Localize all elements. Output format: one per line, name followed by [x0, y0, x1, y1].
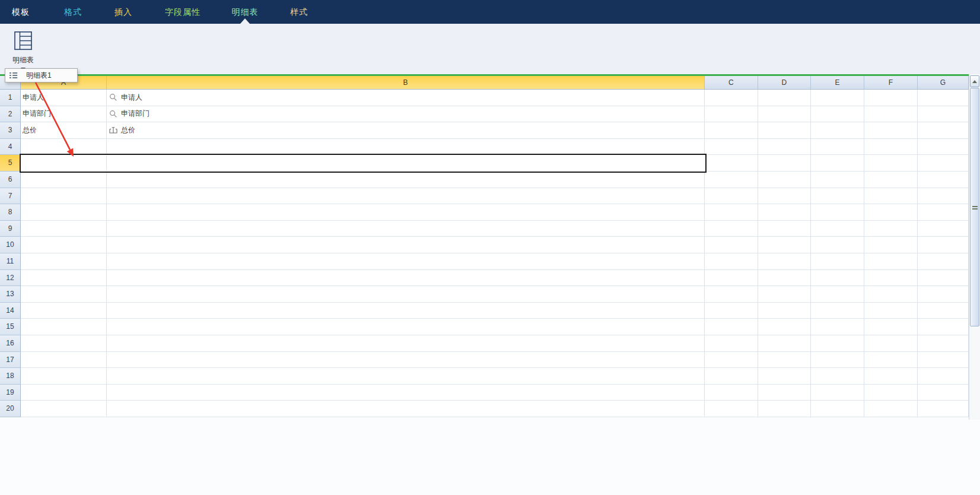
- cell-F12[interactable]: [864, 270, 918, 287]
- cell-F8[interactable]: [864, 204, 918, 221]
- detail-table-ribbon-button[interactable]: 明细表: [7, 31, 39, 71]
- cell-F20[interactable]: [864, 401, 918, 417]
- cell-D4[interactable]: [758, 139, 812, 156]
- column-header-C[interactable]: C: [705, 76, 758, 90]
- cell-C9[interactable]: [705, 221, 758, 237]
- cell-A7[interactable]: [21, 188, 107, 205]
- cell-E17[interactable]: [811, 352, 864, 369]
- row-header-9[interactable]: 9: [0, 221, 21, 237]
- cell-G15[interactable]: [918, 319, 969, 335]
- cell-G20[interactable]: [918, 401, 969, 417]
- row-header-3[interactable]: 3: [0, 122, 21, 139]
- cell-F16[interactable]: [864, 335, 918, 352]
- cell-D5[interactable]: [758, 155, 812, 172]
- cell-G2[interactable]: [918, 106, 969, 123]
- column-header-G[interactable]: G: [918, 76, 969, 90]
- row-header-16[interactable]: 16: [0, 335, 21, 352]
- cell-E4[interactable]: [811, 139, 864, 156]
- cell-C11[interactable]: [705, 253, 758, 270]
- cell-B1[interactable]: 申请人: [107, 90, 705, 106]
- cell-A10[interactable]: [21, 237, 107, 253]
- column-header-E[interactable]: E: [811, 76, 864, 90]
- cell-G17[interactable]: [918, 352, 969, 369]
- cell-B20[interactable]: [107, 401, 705, 417]
- cell-G13[interactable]: [918, 286, 969, 303]
- row-header-18[interactable]: 18: [0, 368, 21, 385]
- cell-C16[interactable]: [705, 335, 758, 352]
- cell-E1[interactable]: [811, 90, 864, 106]
- cell-E5[interactable]: [811, 155, 864, 172]
- cell-C14[interactable]: [705, 303, 758, 319]
- cell-E18[interactable]: [811, 368, 864, 385]
- row-header-13[interactable]: 13: [0, 286, 21, 303]
- cell-C17[interactable]: [705, 352, 758, 369]
- cell-D17[interactable]: [758, 352, 812, 369]
- cell-E11[interactable]: [811, 253, 864, 270]
- cell-F15[interactable]: [864, 319, 918, 335]
- cell-G5[interactable]: [918, 155, 969, 172]
- cell-G3[interactable]: [918, 122, 969, 139]
- cell-B6[interactable]: [107, 172, 705, 188]
- cell-B3[interactable]: 总价: [107, 122, 705, 139]
- cell-D10[interactable]: [758, 237, 812, 253]
- cell-F14[interactable]: [864, 303, 918, 319]
- cell-B19[interactable]: [107, 385, 705, 401]
- cell-F5[interactable]: [864, 155, 918, 172]
- column-header-B[interactable]: B: [107, 76, 705, 90]
- row-header-15[interactable]: 15: [0, 319, 21, 335]
- cell-F10[interactable]: [864, 237, 918, 253]
- cell-G12[interactable]: [918, 270, 969, 287]
- cell-B8[interactable]: [107, 204, 705, 221]
- cell-C2[interactable]: [705, 106, 758, 123]
- cell-A12[interactable]: [21, 270, 107, 287]
- cell-F1[interactable]: [864, 90, 918, 106]
- row-header-17[interactable]: 17: [0, 352, 21, 369]
- cell-F7[interactable]: [864, 188, 918, 205]
- cell-B18[interactable]: [107, 368, 705, 385]
- cell-C15[interactable]: [705, 319, 758, 335]
- cell-G11[interactable]: [918, 253, 969, 270]
- cell-G4[interactable]: [918, 139, 969, 156]
- cell-B13[interactable]: [107, 286, 705, 303]
- row-header-20[interactable]: 20: [0, 401, 21, 417]
- vertical-scrollbar[interactable]: [969, 74, 980, 420]
- cell-F17[interactable]: [864, 352, 918, 369]
- row-header-6[interactable]: 6: [0, 172, 21, 188]
- row-header-5[interactable]: 5: [0, 155, 21, 172]
- row-header-7[interactable]: 7: [0, 188, 21, 205]
- cell-E16[interactable]: [811, 335, 864, 352]
- cell-C4[interactable]: [705, 139, 758, 156]
- cell-C20[interactable]: [705, 401, 758, 417]
- row-header-14[interactable]: 14: [0, 303, 21, 319]
- cell-A9[interactable]: [21, 221, 107, 237]
- row-header-19[interactable]: 19: [0, 385, 21, 401]
- cell-D8[interactable]: [758, 204, 812, 221]
- cell-F3[interactable]: [864, 122, 918, 139]
- cell-B14[interactable]: [107, 303, 705, 319]
- cell-F18[interactable]: [864, 368, 918, 385]
- cell-G16[interactable]: [918, 335, 969, 352]
- cell-D1[interactable]: [758, 90, 812, 106]
- cell-D18[interactable]: [758, 368, 812, 385]
- cell-D13[interactable]: [758, 286, 812, 303]
- cell-E12[interactable]: [811, 270, 864, 287]
- row-header-4[interactable]: 4: [0, 139, 21, 156]
- menu-tab-style[interactable]: 样式: [290, 0, 308, 24]
- cell-D16[interactable]: [758, 335, 812, 352]
- row-header-11[interactable]: 11: [0, 253, 21, 270]
- cell-B2[interactable]: 申请部门: [107, 106, 705, 123]
- cell-E10[interactable]: [811, 237, 864, 253]
- menu-tab-format[interactable]: 格式: [64, 0, 82, 24]
- cell-D11[interactable]: [758, 253, 812, 270]
- cell-E13[interactable]: [811, 286, 864, 303]
- cell-A20[interactable]: [21, 401, 107, 417]
- cell-A2[interactable]: 申请部门: [21, 106, 107, 123]
- cell-E14[interactable]: [811, 303, 864, 319]
- cell-C8[interactable]: [705, 204, 758, 221]
- cell-C19[interactable]: [705, 385, 758, 401]
- row-header-8[interactable]: 8: [0, 204, 21, 221]
- cell-C3[interactable]: [705, 122, 758, 139]
- cell-G9[interactable]: [918, 221, 969, 237]
- cell-F2[interactable]: [864, 106, 918, 123]
- cell-E9[interactable]: [811, 221, 864, 237]
